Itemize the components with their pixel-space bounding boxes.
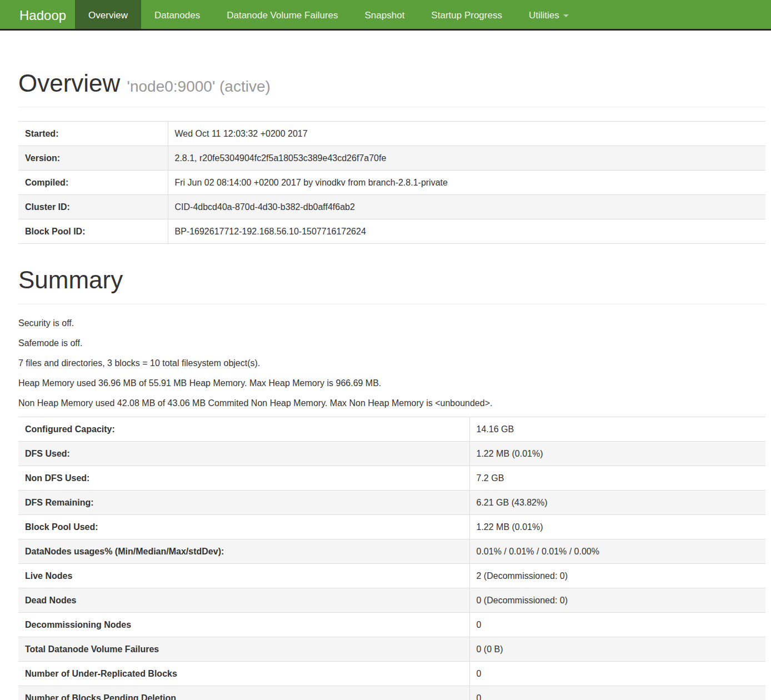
row-label: DataNodes usages% (Min/Median/Max/stdDev… bbox=[18, 539, 469, 563]
summary-line: Non Heap Memory used 42.08 MB of 43.06 M… bbox=[18, 397, 765, 409]
summary-line: Security is off. bbox=[18, 317, 765, 329]
page-title: Overview bbox=[18, 69, 120, 97]
row-label: Version: bbox=[18, 146, 168, 171]
row-label: Non DFS Used: bbox=[18, 466, 469, 490]
table-row: Compiled: Fri Jun 02 08:14:00 +0200 2017… bbox=[18, 171, 765, 195]
row-label: Compiled: bbox=[18, 171, 168, 195]
row-value: 1.22 MB (0.01%) bbox=[469, 441, 765, 466]
caret-down-icon bbox=[563, 14, 569, 17]
nav-item-datanode-volume-failures[interactable]: Datanode Volume Failures bbox=[213, 0, 351, 29]
row-value: 0 bbox=[469, 686, 765, 700]
row-label: Block Pool ID: bbox=[18, 219, 168, 244]
page-content: Overview 'node0:9000' (active) Started: … bbox=[18, 69, 765, 700]
table-row: Configured Capacity: 14.16 GB bbox=[18, 417, 765, 441]
row-value: 7.2 GB bbox=[469, 466, 765, 490]
row-label: DFS Used: bbox=[18, 441, 469, 466]
navbar-menu: Overview Datanodes Datanode Volume Failu… bbox=[75, 0, 582, 29]
nav-item-snapshot[interactable]: Snapshot bbox=[352, 0, 418, 29]
summary-paragraphs: Security is off. Safemode is off. 7 file… bbox=[18, 317, 765, 409]
row-label: Started: bbox=[18, 122, 168, 146]
row-label: Cluster ID: bbox=[18, 195, 168, 219]
row-value: 0 (Decommissioned: 0) bbox=[469, 588, 765, 612]
summary-header: Summary bbox=[18, 266, 765, 304]
row-value: 14.16 GB bbox=[469, 417, 765, 441]
table-row: Number of Under-Replicated Blocks 0 bbox=[18, 661, 765, 686]
row-label: Configured Capacity: bbox=[18, 417, 469, 441]
summary-line: 7 files and directories, 3 blocks = 10 t… bbox=[18, 357, 765, 369]
row-value: 2 (Decommissioned: 0) bbox=[469, 563, 765, 588]
row-value: 0 bbox=[469, 612, 765, 637]
row-label: DFS Remaining: bbox=[18, 490, 469, 514]
table-row: DFS Remaining: 6.21 GB (43.82%) bbox=[18, 490, 765, 514]
row-label: Number of Under-Replicated Blocks bbox=[18, 661, 469, 686]
nav-item-overview[interactable]: Overview bbox=[75, 0, 141, 29]
row-value: 0 bbox=[469, 661, 765, 686]
table-row: Non DFS Used: 7.2 GB bbox=[18, 466, 765, 490]
row-label[interactable]: Total Datanode Volume Failures bbox=[18, 637, 469, 661]
summary-line: Heap Memory used 36.96 MB of 55.91 MB He… bbox=[18, 377, 765, 389]
row-label[interactable]: Dead Nodes bbox=[18, 588, 469, 612]
row-label[interactable]: Decommissioning Nodes bbox=[18, 612, 469, 637]
row-value: 0 (0 B) bbox=[469, 637, 765, 661]
row-label: Block Pool Used: bbox=[18, 514, 469, 539]
table-row: DataNodes usages% (Min/Median/Max/stdDev… bbox=[18, 539, 765, 563]
table-row: Decommissioning Nodes 0 bbox=[18, 612, 765, 637]
table-row: Live Nodes 2 (Decommissioned: 0) bbox=[18, 563, 765, 588]
row-value: BP-1692617712-192.168.56.10-150771617262… bbox=[168, 219, 765, 244]
row-value: CID-4dbcd40a-870d-4d30-b382-db0aff4f6ab2 bbox=[168, 195, 765, 219]
row-value: 2.8.1, r20fe5304904fc2f5a18053c389e43cd2… bbox=[168, 146, 765, 171]
brand-hadoop[interactable]: Hadoop bbox=[0, 0, 75, 29]
table-row: Total Datanode Volume Failures 0 (0 B) bbox=[18, 637, 765, 661]
table-row: Block Pool Used: 1.22 MB (0.01%) bbox=[18, 514, 765, 539]
overview-header: Overview 'node0:9000' (active) bbox=[18, 69, 765, 107]
row-label: Number of Blocks Pending Deletion bbox=[18, 686, 469, 700]
table-row: Dead Nodes 0 (Decommissioned: 0) bbox=[18, 588, 765, 612]
table-row: DFS Used: 1.22 MB (0.01%) bbox=[18, 441, 765, 466]
summary-title: Summary bbox=[18, 266, 123, 293]
summary-line: Safemode is off. bbox=[18, 337, 765, 349]
nav-item-datanodes[interactable]: Datanodes bbox=[141, 0, 213, 29]
page-subtitle: 'node0:9000' (active) bbox=[127, 78, 271, 95]
navbar: Hadoop Overview Datanodes Datanode Volum… bbox=[0, 0, 771, 31]
table-row: Started: Wed Oct 11 12:03:32 +0200 2017 bbox=[18, 122, 765, 146]
row-value: Fri Jun 02 08:14:00 +0200 2017 by vinodk… bbox=[168, 171, 765, 195]
summary-table: Configured Capacity: 14.16 GB DFS Used: … bbox=[18, 417, 765, 700]
nav-item-utilities-label: Utilities bbox=[529, 10, 559, 21]
table-row: Cluster ID: CID-4dbcd40a-870d-4d30-b382-… bbox=[18, 195, 765, 219]
table-row: Version: 2.8.1, r20fe5304904fc2f5a18053c… bbox=[18, 146, 765, 171]
row-value: 0.01% / 0.01% / 0.01% / 0.00% bbox=[469, 539, 765, 563]
row-value: 6.21 GB (43.82%) bbox=[469, 490, 765, 514]
table-row: Block Pool ID: BP-1692617712-192.168.56.… bbox=[18, 219, 765, 244]
nav-item-utilities[interactable]: Utilities bbox=[515, 0, 582, 29]
table-row: Number of Blocks Pending Deletion 0 bbox=[18, 686, 765, 700]
row-value: Wed Oct 11 12:03:32 +0200 2017 bbox=[168, 122, 765, 146]
namenode-info-table: Started: Wed Oct 11 12:03:32 +0200 2017 … bbox=[18, 121, 765, 244]
row-value: 1.22 MB (0.01%) bbox=[469, 514, 765, 539]
row-label[interactable]: Live Nodes bbox=[18, 563, 469, 588]
nav-item-startup-progress[interactable]: Startup Progress bbox=[418, 0, 515, 29]
